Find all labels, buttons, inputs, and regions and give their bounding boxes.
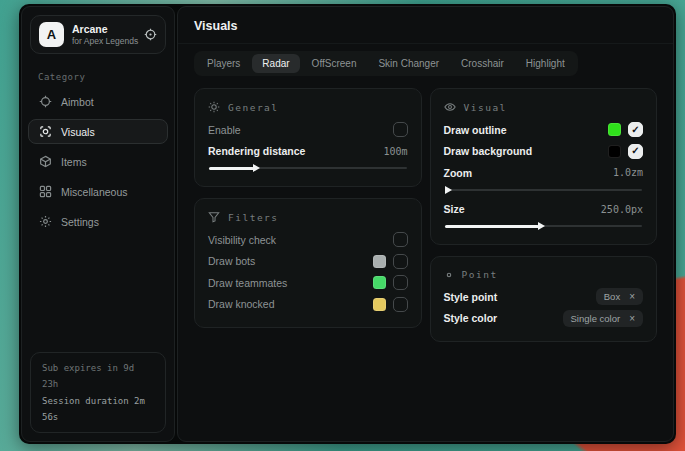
zoom-label: Zoom xyxy=(444,167,473,179)
rendering-distance-row: Rendering distance 100m xyxy=(208,141,408,163)
visual-panel-title: Visual xyxy=(444,101,644,113)
tab-crosshair[interactable]: Crosshair xyxy=(451,54,514,73)
app-meta: Arcane for Apex Legends xyxy=(72,23,136,47)
sidebar-item-items[interactable]: Items xyxy=(28,149,168,174)
draw-teammates-color-swatch[interactable] xyxy=(373,276,386,289)
style-color-label: Style color xyxy=(444,312,498,324)
enable-checkbox[interactable] xyxy=(393,122,408,137)
left-column: General Enable Rendering distance 100m xyxy=(194,88,422,328)
enable-row: Enable xyxy=(208,119,408,141)
filter-icon xyxy=(208,211,220,223)
filters-panel: Filters Visibility check Draw bots xyxy=(194,198,422,328)
session-duration-text: Session duration 2m 56s xyxy=(42,393,154,425)
zoom-value: 1.0zm xyxy=(613,167,643,178)
rendering-distance-value: 100m xyxy=(383,146,407,157)
close-icon[interactable]: × xyxy=(629,291,635,302)
grid-icon xyxy=(39,185,52,198)
draw-knocked-color-swatch[interactable] xyxy=(373,298,386,311)
point-panel: Point Style point Box × Style color xyxy=(430,256,658,342)
sidebar-nav: Aimbot Visuals xyxy=(22,89,174,234)
app-header: A Arcane for Apex Legends xyxy=(30,15,166,54)
main-panel: Visuals Players Radar OffScreen Skin Cha… xyxy=(177,6,674,442)
draw-outline-label: Draw outline xyxy=(444,124,507,136)
sidebar-item-aimbot[interactable]: Aimbot xyxy=(28,89,168,114)
tab-highlight[interactable]: Highlight xyxy=(516,54,575,73)
style-color-select[interactable]: Single color × xyxy=(563,310,643,327)
draw-background-label: Draw background xyxy=(444,145,533,157)
desktop-background: A Arcane for Apex Legends Category xyxy=(0,0,685,451)
target-icon[interactable] xyxy=(144,28,157,41)
sidebar-item-visuals[interactable]: Visuals xyxy=(28,119,168,144)
draw-bots-color-swatch[interactable] xyxy=(373,255,386,268)
tab-skin-changer[interactable]: Skin Changer xyxy=(368,54,449,73)
point-icon xyxy=(444,270,454,280)
style-point-value: Box xyxy=(604,291,620,302)
slider-fill xyxy=(209,167,254,170)
point-panel-title: Point xyxy=(444,269,644,280)
draw-knocked-checkbox[interactable] xyxy=(393,297,408,312)
general-panel: General Enable Rendering distance 100m xyxy=(194,88,422,187)
draw-background-checkbox[interactable] xyxy=(628,144,643,159)
draw-knocked-label: Draw knocked xyxy=(208,298,275,310)
visibility-check-checkbox[interactable] xyxy=(393,232,408,247)
visibility-check-row: Visibility check xyxy=(208,229,408,251)
size-row: Size 250.0px xyxy=(444,199,644,221)
style-color-row: Style color Single color × xyxy=(444,308,644,330)
draw-teammates-row: Draw teammates xyxy=(208,272,408,294)
draw-background-row: Draw background xyxy=(444,141,644,163)
draw-bots-label: Draw bots xyxy=(208,255,255,267)
draw-outline-color-swatch[interactable] xyxy=(608,123,621,136)
zoom-row: Zoom 1.0zm xyxy=(444,162,644,184)
close-icon[interactable]: × xyxy=(629,313,635,324)
sidebar-item-label: Visuals xyxy=(61,126,95,138)
rendering-distance-label: Rendering distance xyxy=(208,145,305,157)
zoom-slider[interactable] xyxy=(445,186,643,195)
right-column: Visual Draw outline Draw background xyxy=(430,88,658,342)
draw-teammates-checkbox[interactable] xyxy=(393,275,408,290)
slider-thumb[interactable] xyxy=(445,186,452,194)
eye-icon xyxy=(444,101,456,113)
slider-thumb[interactable] xyxy=(253,164,260,172)
sidebar-item-settings[interactable]: Settings xyxy=(28,209,168,234)
tab-radar[interactable]: Radar xyxy=(252,54,299,73)
tab-players[interactable]: Players xyxy=(197,54,250,73)
style-point-label: Style point xyxy=(444,291,498,303)
style-color-value: Single color xyxy=(571,313,621,324)
draw-background-color-swatch[interactable] xyxy=(608,145,621,158)
sidebar-item-miscellaneous[interactable]: Miscellaneous xyxy=(28,179,168,204)
size-label: Size xyxy=(444,203,465,215)
sub-expires-text: Sub expires in 9d 23h xyxy=(42,360,154,392)
visual-panel: Visual Draw outline Draw background xyxy=(430,88,658,245)
app-subtitle: for Apex Legends xyxy=(72,36,136,47)
rendering-distance-slider[interactable] xyxy=(209,164,407,173)
scan-icon xyxy=(39,125,52,138)
box-icon xyxy=(39,155,52,168)
slider-track xyxy=(445,189,643,191)
general-panel-title: General xyxy=(208,101,408,113)
slider-thumb[interactable] xyxy=(538,222,545,230)
size-slider[interactable] xyxy=(445,222,643,231)
visibility-check-label: Visibility check xyxy=(208,234,276,246)
draw-teammates-label: Draw teammates xyxy=(208,277,287,289)
tabbar-wrap: Players Radar OffScreen Skin Changer Cro… xyxy=(178,44,673,78)
filters-panel-title: Filters xyxy=(208,211,408,223)
draw-outline-row: Draw outline xyxy=(444,119,644,141)
slider-fill xyxy=(445,225,540,228)
style-point-select[interactable]: Box × xyxy=(596,288,643,305)
draw-outline-checkbox[interactable] xyxy=(628,122,643,137)
draw-bots-checkbox[interactable] xyxy=(393,254,408,269)
app-logo: A xyxy=(39,22,64,47)
enable-label: Enable xyxy=(208,124,241,136)
app-title: Arcane xyxy=(72,23,136,36)
content: General Enable Rendering distance 100m xyxy=(178,78,673,352)
category-label: Category xyxy=(38,72,174,82)
sidebar: A Arcane for Apex Legends Category xyxy=(21,6,175,442)
crosshair-icon xyxy=(39,95,52,108)
subscription-info: Sub expires in 9d 23h Session duration 2… xyxy=(30,352,166,433)
sidebar-item-label: Items xyxy=(61,156,87,168)
sun-icon xyxy=(208,101,220,113)
page-title: Visuals xyxy=(178,7,673,44)
tab-offscreen[interactable]: OffScreen xyxy=(302,54,367,73)
draw-bots-row: Draw bots xyxy=(208,251,408,273)
style-point-row: Style point Box × xyxy=(444,286,644,308)
